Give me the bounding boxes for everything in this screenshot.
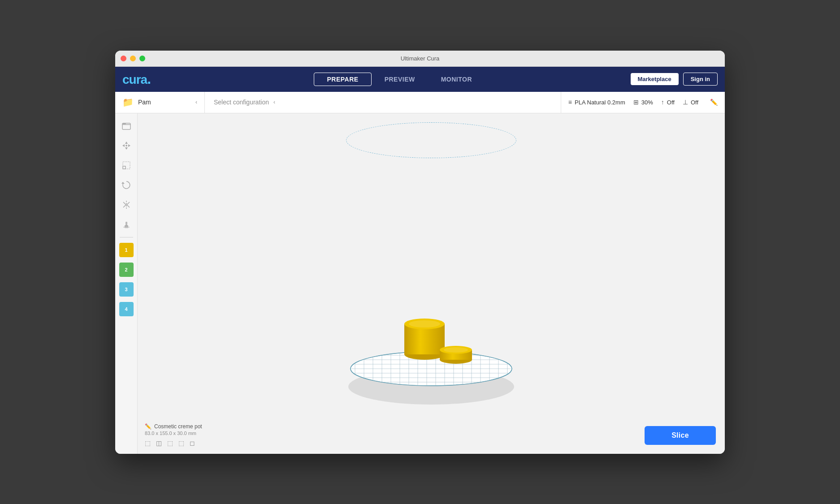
support-label: Off	[667, 99, 675, 106]
mirror-icon	[121, 199, 132, 210]
slice-button-container: Slice	[645, 426, 716, 445]
settings-edit-icon[interactable]: ✏️	[710, 99, 718, 106]
svg-rect-13	[123, 227, 130, 228]
config-chevron-icon: ‹	[273, 99, 275, 105]
transform-tool-3[interactable]: ⬚	[167, 439, 173, 447]
bed-top-indicator	[346, 122, 516, 158]
svg-marker-2	[125, 142, 128, 144]
layer-badge-1: 1	[119, 243, 134, 257]
support-setting[interactable]: ↑ Off	[661, 99, 675, 106]
sidebar-item-open-file[interactable]	[117, 117, 135, 135]
transform-tool-2[interactable]: ◫	[156, 439, 162, 447]
sidebar-item-layer-4[interactable]: 4	[117, 300, 135, 318]
support-icon	[121, 219, 132, 230]
infill-label: 30%	[641, 99, 653, 106]
viewport[interactable]: ✏️ Cosmetic creme pot 83.0 x 155.0 x 30.…	[138, 113, 725, 454]
svg-marker-3	[125, 147, 128, 150]
material-label: PLA Natural 0.2mm	[575, 99, 625, 106]
svg-rect-12	[126, 222, 127, 225]
material-setting[interactable]: ≡ PLA Natural 0.2mm	[568, 99, 625, 106]
config-selector[interactable]: Select configuration ‹	[205, 92, 561, 113]
transform-tool-5[interactable]: ◻	[190, 439, 195, 447]
infill-setting[interactable]: ⊞ 30%	[633, 99, 653, 106]
app-window: Ultimaker Cura cura. PREPARE PREVIEW MON…	[115, 51, 725, 454]
titlebar: Ultimaker Cura	[115, 51, 725, 67]
adhesion-setting[interactable]: ⊥ Off	[683, 99, 698, 106]
nav-tabs: PREPARE PREVIEW MONITOR	[169, 73, 630, 86]
svg-marker-9	[121, 182, 125, 184]
marketplace-button[interactable]: Marketplace	[631, 73, 679, 85]
sidebar-divider	[120, 237, 133, 237]
logo-dot: .	[147, 71, 151, 87]
scale-icon	[121, 160, 132, 171]
model-dimensions: 83.0 x 155.0 x 30.0 mm	[145, 431, 202, 436]
svg-marker-5	[128, 144, 130, 147]
close-button[interactable]	[121, 56, 126, 61]
config-label: Select configuration	[214, 99, 269, 106]
svg-rect-1	[122, 123, 130, 129]
toolbar: 📁 Pam ‹ Select configuration ‹ ≡ PLA Nat…	[115, 92, 725, 113]
model-info: ✏️ Cosmetic creme pot 83.0 x 155.0 x 30.…	[145, 423, 202, 447]
app-logo: cura.	[122, 71, 151, 87]
transform-tools: ⬚ ◫ ⬚ ⬚ ◻	[145, 439, 202, 447]
printer-selector[interactable]: 📁 Pam ‹	[115, 92, 205, 113]
sidebar-item-layer-2[interactable]: 2	[117, 261, 135, 279]
sidebar-item-mirror[interactable]	[117, 196, 135, 214]
transform-tool-4[interactable]: ⬚	[178, 439, 184, 447]
printer-folder-icon: 📁	[122, 97, 134, 108]
signin-button[interactable]: Sign in	[683, 73, 718, 86]
3d-scene	[138, 113, 725, 454]
tab-monitor[interactable]: MONITOR	[428, 73, 485, 86]
layer-badge-2: 2	[119, 263, 134, 277]
print-settings: ≡ PLA Natural 0.2mm ⊞ 30% ↑ Off ⊥ Off ✏️	[561, 92, 725, 113]
logo-text: cura	[122, 73, 147, 86]
svg-rect-7	[123, 166, 126, 169]
svg-rect-8	[123, 162, 130, 169]
sidebar-item-layer-1[interactable]: 1	[117, 241, 135, 259]
header: cura. PREPARE PREVIEW MONITOR Marketplac…	[115, 67, 725, 92]
printer-name: Pam	[138, 99, 191, 106]
adhesion-icon: ⊥	[683, 99, 688, 106]
adhesion-label: Off	[691, 99, 698, 106]
svg-marker-4	[122, 144, 125, 147]
rotate-icon	[121, 180, 132, 190]
svg-point-50	[444, 347, 468, 353]
tab-preview[interactable]: PREVIEW	[372, 73, 428, 86]
svg-point-6	[126, 145, 127, 146]
sidebar-item-layer-3[interactable]: 3	[117, 280, 135, 298]
material-icon: ≡	[568, 99, 572, 106]
move-icon	[121, 140, 132, 151]
svg-point-46	[409, 320, 440, 327]
sidebar-item-support[interactable]	[117, 215, 135, 233]
sidebar-item-scale[interactable]	[117, 156, 135, 174]
main-content: 1 2 3 4	[115, 113, 725, 454]
pencil-model-icon: ✏️	[145, 423, 152, 430]
print-bed-svg	[346, 310, 516, 409]
maximize-button[interactable]	[139, 56, 145, 61]
tab-prepare[interactable]: PREPARE	[314, 73, 371, 86]
infill-icon: ⊞	[633, 99, 639, 106]
slice-button[interactable]: Slice	[645, 426, 716, 445]
window-title: Ultimaker Cura	[401, 55, 440, 62]
layer-badge-4: 4	[119, 302, 134, 316]
open-file-icon	[121, 121, 132, 131]
layer-badge-3: 3	[119, 282, 134, 297]
sidebar-item-move[interactable]	[117, 137, 135, 155]
printer-chevron-icon: ‹	[195, 99, 197, 105]
sidebar: 1 2 3 4	[115, 113, 138, 454]
transform-tool-1[interactable]: ⬚	[145, 439, 151, 447]
window-controls	[121, 56, 145, 61]
minimize-button[interactable]	[130, 56, 136, 61]
header-right: Marketplace Sign in	[631, 73, 718, 86]
support-icon: ↑	[661, 99, 664, 106]
model-name-label: ✏️ Cosmetic creme pot	[145, 423, 202, 430]
sidebar-item-rotate[interactable]	[117, 176, 135, 194]
